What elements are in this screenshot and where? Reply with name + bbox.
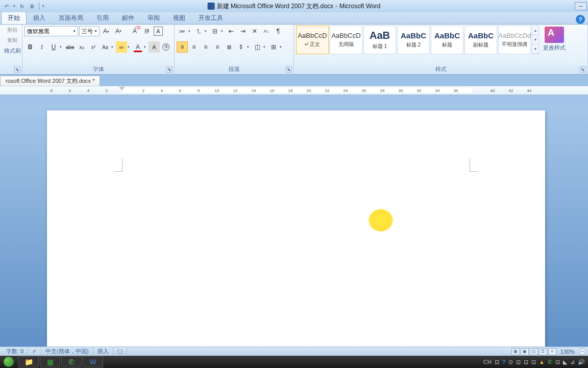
number-dropdown[interactable]: ▾	[205, 29, 209, 33]
font-size-dropdown[interactable]: 三号▾	[79, 26, 100, 36]
distribute-button[interactable]: ≣	[224, 41, 235, 53]
task-excel[interactable]: ▦	[40, 356, 60, 367]
highlight-dropdown[interactable]: ▾	[128, 45, 132, 49]
proofing-icon[interactable]: ✓	[28, 348, 41, 355]
tray-icon-6[interactable]: ⊡	[531, 359, 536, 365]
line-spacing-button[interactable]: ⇕	[235, 41, 247, 53]
underline-button[interactable]: U	[48, 41, 59, 53]
shading-button[interactable]: ◫	[252, 41, 263, 53]
char-border-button[interactable]: A	[154, 27, 163, 36]
print-preview-button[interactable]: 🗎	[28, 2, 37, 11]
zoom-out-button[interactable]: −	[579, 348, 586, 355]
insert-mode[interactable]: 插入	[93, 348, 113, 355]
change-case-button[interactable]: Aa	[100, 41, 111, 53]
tray-icon-10[interactable]: ◣	[563, 359, 567, 365]
horizontal-ruler[interactable]: 8642246810121416182022242628303234364042…	[0, 86, 588, 95]
document-area[interactable]	[0, 95, 588, 348]
style-item[interactable]: AaBbCcDd不明显强调	[498, 26, 531, 54]
style-item[interactable]: AaBbCcD无间隔	[330, 26, 362, 54]
task-word[interactable]: W	[83, 356, 103, 367]
align-right-button[interactable]: ≡	[200, 41, 211, 53]
bullet-list-button[interactable]: ≔	[177, 26, 188, 37]
grow-font-button[interactable]: A▴	[101, 26, 112, 37]
tab-home[interactable]: 开始	[1, 12, 27, 24]
font-launcher[interactable]: ⬊	[166, 66, 173, 73]
style-item[interactable]: AaB标题 1	[363, 26, 396, 54]
font-color-button[interactable]: A	[132, 41, 143, 53]
fullscreen-view[interactable]: ▣	[521, 348, 529, 355]
strike-button[interactable]: abe	[64, 41, 76, 53]
change-styles-button[interactable]: 更改样式	[542, 26, 567, 53]
help-button[interactable]: ?	[576, 15, 585, 24]
cut-button[interactable]: 剪切	[6, 26, 18, 35]
phonetic-guide-button[interactable]: 拼	[141, 26, 153, 37]
draft-view[interactable]: ≡	[548, 348, 556, 355]
task-wechat[interactable]: ✆	[61, 356, 82, 367]
borders-button[interactable]: ⊞	[268, 41, 279, 53]
format-painter-button[interactable]: 格式刷	[3, 46, 22, 56]
clipboard-launcher[interactable]: ⬊	[14, 66, 20, 73]
font-name-dropdown[interactable]: 微软雅黑▾	[24, 26, 78, 36]
increase-indent-button[interactable]: ⇥	[237, 26, 249, 37]
styles-scroll[interactable]: ▴▾▾	[532, 26, 539, 54]
justify-button[interactable]: ≡	[212, 41, 223, 53]
tray-icon-7[interactable]: ▲	[539, 359, 545, 365]
ime-indicator[interactable]: CH	[483, 359, 492, 365]
align-center-button[interactable]: ≡	[188, 41, 200, 53]
styles-launcher[interactable]: ⬊	[580, 66, 586, 73]
font-color-dropdown[interactable]: ▾	[144, 45, 148, 49]
tray-icon-4[interactable]: ⊡	[516, 359, 521, 365]
style-item[interactable]: AaBbC副标题	[464, 26, 497, 54]
tab-references[interactable]: 引用	[90, 12, 115, 24]
line-spacing-dropdown[interactable]: ▾	[247, 45, 251, 49]
show-marks-button[interactable]: ¶	[273, 26, 284, 37]
start-button[interactable]	[0, 356, 17, 368]
underline-dropdown[interactable]: ▾	[60, 45, 64, 49]
shading-dropdown[interactable]: ▾	[263, 45, 267, 49]
asian-layout-button[interactable]: ✕	[249, 26, 260, 37]
zoom-level[interactable]: 130%	[557, 349, 578, 355]
language-status[interactable]: 中文(简体，中国)	[41, 348, 93, 355]
highlight-button[interactable]: ab	[116, 41, 127, 53]
page[interactable]	[47, 110, 545, 348]
sort-button[interactable]: A↓	[261, 26, 272, 37]
first-line-indent-marker[interactable]	[119, 87, 125, 92]
task-explorer[interactable]: 📁	[18, 356, 39, 367]
enclose-char-button[interactable]: 字	[160, 41, 172, 53]
style-item[interactable]: AaBbC标题 2	[397, 26, 430, 54]
multilevel-dropdown[interactable]: ▾	[221, 29, 225, 33]
decrease-indent-button[interactable]: ⇤	[226, 26, 237, 37]
tray-icon-8[interactable]: ✆	[548, 359, 552, 365]
number-list-button[interactable]: ⒈	[193, 26, 204, 37]
italic-button[interactable]: I	[36, 41, 47, 53]
network-icon[interactable]: ⊿	[570, 359, 575, 365]
web-view[interactable]: ◫	[530, 348, 538, 355]
char-shading-button[interactable]: A	[149, 41, 160, 53]
tray-icon-5[interactable]: ⊡	[524, 359, 528, 365]
borders-dropdown[interactable]: ▾	[280, 45, 284, 49]
undo-button[interactable]: ↶	[2, 2, 11, 11]
qat-customize[interactable]: ▾	[41, 2, 45, 11]
multilevel-list-button[interactable]: ⊟	[209, 26, 220, 37]
tab-insert[interactable]: 插入	[27, 12, 52, 24]
bullet-dropdown[interactable]: ▾	[188, 29, 192, 33]
tray-icon-1[interactable]: ⊡	[495, 359, 499, 365]
undo-dropdown[interactable]: ▾	[12, 2, 16, 11]
tray-icon-2[interactable]: ?	[502, 359, 505, 365]
print-layout-view[interactable]: ▦	[511, 348, 520, 355]
tray-icon-9[interactable]: ⊡	[555, 359, 560, 365]
redo-button[interactable]: ↻	[17, 2, 27, 11]
minimize-button[interactable]: ─	[575, 2, 587, 10]
tab-view[interactable]: 视图	[166, 12, 192, 24]
clear-format-button[interactable]: A⌫	[129, 26, 140, 37]
style-item[interactable]: AaBbC标题	[431, 26, 463, 54]
word-count[interactable]: 字数: 0	[2, 348, 28, 355]
tab-developer[interactable]: 开发工具	[192, 12, 230, 24]
change-case-dropdown[interactable]: ▾	[111, 45, 115, 49]
macro-record[interactable]: ▢	[113, 348, 127, 355]
align-left-button[interactable]: ≡	[177, 41, 188, 53]
copy-button[interactable]: 复制	[6, 36, 18, 45]
outline-view[interactable]: ☰	[539, 348, 547, 355]
bold-button[interactable]: B	[24, 41, 36, 53]
tray-icon-3[interactable]: ⊙	[508, 359, 513, 365]
